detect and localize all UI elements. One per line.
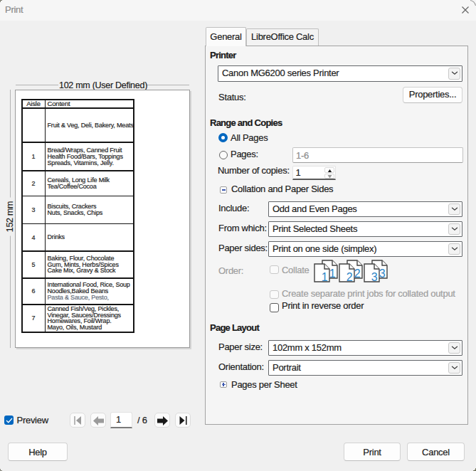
- svg-text:1: 1: [322, 271, 328, 283]
- svg-text:3: 3: [379, 268, 386, 280]
- svg-text:1: 1: [329, 268, 336, 280]
- svg-text:2: 2: [354, 268, 361, 280]
- svg-text:3: 3: [371, 271, 378, 283]
- svg-text:2: 2: [347, 271, 353, 283]
